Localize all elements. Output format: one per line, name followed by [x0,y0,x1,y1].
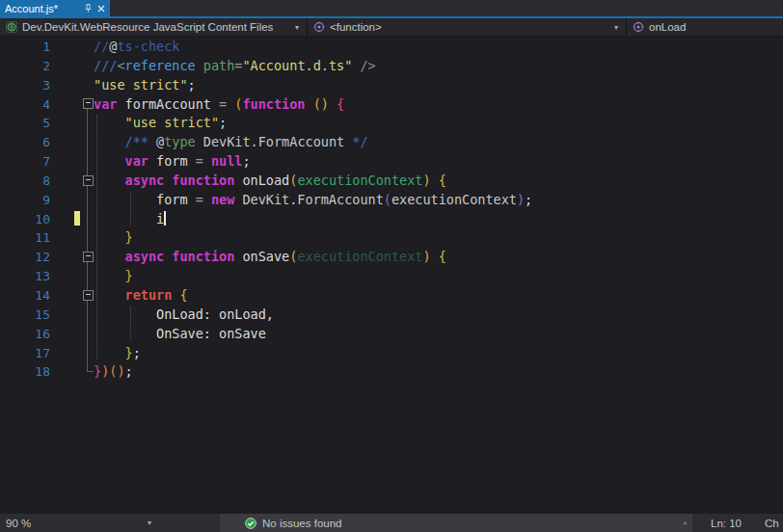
line-number: 11 [0,228,50,248]
fold-collapse-button[interactable] [83,175,94,186]
fold-collapse-button[interactable] [83,98,94,109]
tab-bar: Account.js* [0,0,783,16]
member-dropdown-label: onLoad [649,21,686,33]
pin-icon[interactable] [84,4,93,13]
chevron-down-icon[interactable]: ▾ [614,23,620,32]
code-line[interactable]: var formAccount = (function () { [94,95,783,115]
code-line[interactable]: async function onLoad(executionContext) … [94,172,783,191]
code-line[interactable]: }; [94,344,783,363]
line-number: 8 [0,172,50,191]
chevron-down-icon[interactable]: ▾ [148,514,151,532]
close-icon[interactable] [97,5,105,13]
health-label: No issues found [262,518,341,529]
code-line[interactable]: i [94,210,783,229]
editor-bottom-bar: 90 % ▾ No issues found ▸ Ln: 10 Ch [0,513,783,532]
scroll-right-icon[interactable]: ▸ [684,519,692,527]
navigation-bar: Dev.DevKit.WebResource JavaScript Conten… [0,18,783,37]
check-circle-icon [245,518,256,529]
line-number: 12 [0,248,50,267]
chevron-down-icon[interactable]: ▾ [295,23,301,32]
code-line[interactable]: OnLoad: onLoad, [94,306,783,325]
code-line[interactable]: var form = null; [94,152,783,172]
line-indicator: Ln: 10 [711,514,742,532]
tab-title: Account.js* [5,3,79,14]
text-caret [164,211,166,226]
code-line[interactable]: "use strict"; [94,114,783,133]
scope-dropdown-label: <function> [330,21,382,33]
code-editor[interactable]: 123456789101112131415161718 //@ts-check/… [0,37,783,513]
fold-collapse-button[interactable] [83,290,94,301]
code-line[interactable]: OnSave: onSave [94,325,783,344]
tab-account-js[interactable]: Account.js* [0,0,110,16]
line-number: 10 [0,210,50,229]
line-number: 7 [0,152,50,172]
line-number: 5 [0,114,50,133]
code-line[interactable]: async function onSave(executionContext) … [94,248,783,267]
line-number: 2 [0,57,50,76]
web-resource-icon [6,21,17,33]
member-dropdown[interactable]: onLoad [627,18,783,36]
line-number: 13 [0,267,50,286]
code-line[interactable]: ///<reference path="Account.d.ts" /> [94,57,783,76]
line-number: 15 [0,306,50,325]
code-line[interactable]: "use strict"; [94,76,783,95]
fold-collapse-button[interactable] [83,252,94,262]
char-indicator: Ch [765,514,779,532]
project-dropdown-label: Dev.DevKit.WebResource JavaScript Conten… [22,21,273,33]
line-number: 6 [0,133,50,152]
code-line[interactable]: })(); [94,362,783,382]
zoom-level-label: 90 % [6,518,31,529]
document-health-indicator[interactable]: No issues found [245,518,341,529]
fold-outline-line [87,103,88,371]
line-number-margin: 123456789101112131415161718 [0,38,50,382]
horizontal-scrollbar[interactable]: No issues found ▸ [220,514,692,532]
code-line[interactable]: form = new DevKit.FormAccount(executionC… [94,191,783,210]
zoom-selector[interactable]: 90 % [6,514,31,532]
line-number: 1 [0,38,50,57]
line-number: 4 [0,95,50,115]
code-line[interactable]: } [94,267,783,286]
scope-dropdown[interactable]: <function> ▾ [308,18,627,36]
code-line[interactable]: //@ts-check [94,38,783,57]
code-line[interactable]: } [94,228,783,248]
line-number: 3 [0,76,50,95]
method-icon [633,21,644,33]
code-line[interactable]: /** @type DevKit.FormAccount */ [94,133,783,152]
method-icon [313,21,325,33]
code-area[interactable]: //@ts-check///<reference path="Account.d… [94,38,783,382]
line-number: 18 [0,362,50,382]
code-line[interactable]: return { [94,286,783,306]
line-number: 14 [0,286,50,306]
line-number: 9 [0,191,50,210]
line-number: 17 [0,344,50,363]
line-number: 16 [0,325,50,344]
vs-editor-window: Account.js* Dev.DevKit.WebResource JavaS… [0,0,783,532]
project-dropdown[interactable]: Dev.DevKit.WebResource JavaScript Conten… [0,18,308,36]
unsaved-change-bar [74,211,80,226]
fold-outline-end [87,371,94,372]
